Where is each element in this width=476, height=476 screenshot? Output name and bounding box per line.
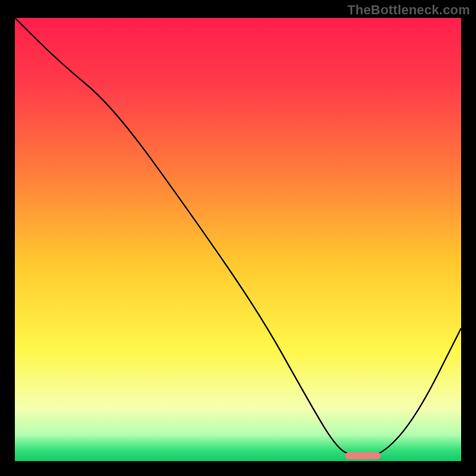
plot-area xyxy=(15,18,461,461)
gradient-background xyxy=(15,18,461,461)
optimal-marker xyxy=(345,452,381,459)
chart-frame: TheBottleneck.com xyxy=(0,0,476,476)
watermark-text: TheBottleneck.com xyxy=(347,2,470,18)
bottleneck-chart xyxy=(15,18,461,461)
